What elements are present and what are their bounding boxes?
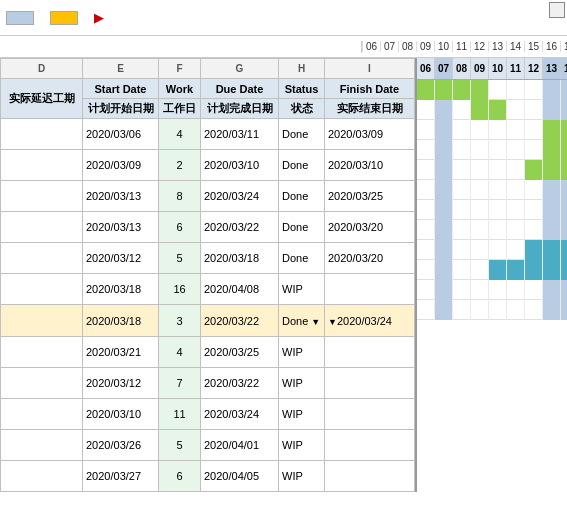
gantt-cell-2-5	[507, 120, 525, 140]
cell-status-6: Done ▼	[279, 305, 325, 336]
gantt-header-day-14: 14	[561, 58, 567, 79]
table-row: 2020/03/2762020/04/05WIP	[1, 460, 415, 491]
table-row: 2020/03/1252020/03/18Done2020/03/20	[1, 243, 415, 274]
gantt-row-10	[417, 280, 567, 300]
gantt-cell-9-4	[489, 260, 507, 280]
col-g-header: G	[201, 59, 279, 79]
gantt-header-day-09: 09	[471, 58, 489, 79]
cell-status-10: WIP	[279, 429, 325, 460]
th-due-date-cn: 计划完成日期	[201, 99, 279, 119]
gantt-header-day-08: 08	[453, 58, 471, 79]
table-row: 2020/03/1272020/03/22WIP	[1, 367, 415, 398]
th-work-cn: 工作日	[159, 99, 201, 119]
cell-work-4: 5	[159, 243, 201, 274]
gantt-cell-7-5	[507, 220, 525, 240]
gantt-row-9	[417, 260, 567, 280]
gantt-header-day-10: 10	[489, 58, 507, 79]
gantt-row-7	[417, 220, 567, 240]
cell-work-1: 2	[159, 150, 201, 181]
cell-delay-11	[1, 460, 83, 491]
flag-icon: ▶	[94, 10, 104, 25]
gantt-header-day-07: 07	[435, 58, 453, 79]
cell-delay-1	[1, 150, 83, 181]
gantt-cell-3-1	[435, 140, 453, 160]
gantt-cell-11-5	[507, 300, 525, 320]
cell-work-2: 8	[159, 181, 201, 212]
gantt-cell-0-4	[489, 80, 507, 100]
th-start-date-cn: 计划开始日期	[83, 99, 159, 119]
gantt-cell-6-7	[543, 200, 561, 220]
add-button[interactable]	[549, 2, 565, 18]
cell-status-0: Done	[279, 119, 325, 150]
gantt-cell-8-0	[417, 240, 435, 260]
date-day-09: 09	[416, 41, 434, 52]
th-status-cn: 状态	[279, 99, 325, 119]
gantt-row-6	[417, 200, 567, 220]
weekend-color-box	[6, 11, 34, 25]
cell-work-0: 4	[159, 119, 201, 150]
gantt-cell-1-4	[489, 100, 507, 120]
cell-start-4: 2020/03/12	[83, 243, 159, 274]
gantt-cell-3-0	[417, 140, 435, 160]
data-table: D E F G H I 实际延迟工期 Start Date Work Due D…	[0, 58, 415, 492]
table-row: 2020/03/0922020/03/10Done2020/03/10	[1, 150, 415, 181]
cell-status-1: Done	[279, 150, 325, 181]
gantt-cell-6-0	[417, 200, 435, 220]
gantt-cell-0-2	[453, 80, 471, 100]
table-row: 2020/03/10112020/03/24WIP	[1, 398, 415, 429]
gantt-cell-4-5	[507, 160, 525, 180]
gantt-cell-4-1	[435, 160, 453, 180]
cell-start-2: 2020/03/13	[83, 181, 159, 212]
main-content: D E F G H I 实际延迟工期 Start Date Work Due D…	[0, 58, 567, 492]
gantt-cell-11-1	[435, 300, 453, 320]
gantt-row-0	[417, 80, 567, 100]
gantt-cell-10-2	[453, 280, 471, 300]
cell-due-10: 2020/04/01	[201, 429, 279, 460]
gantt-cell-1-7	[543, 100, 561, 120]
cell-due-6: 2020/03/22	[201, 305, 279, 336]
cell-status-8: WIP	[279, 367, 325, 398]
gantt-cell-11-4	[489, 300, 507, 320]
col-i-header: I	[325, 59, 415, 79]
gantt-cell-6-3	[471, 200, 489, 220]
table-row: 2020/03/1382020/03/24Done2020/03/25	[1, 181, 415, 212]
cell-finish-3: 2020/03/20	[325, 212, 415, 243]
table-row: 2020/03/2652020/04/01WIP	[1, 429, 415, 460]
cell-work-10: 5	[159, 429, 201, 460]
cell-start-9: 2020/03/10	[83, 398, 159, 429]
dropdown-arrow[interactable]: ▼	[311, 317, 320, 327]
cell-due-1: 2020/03/10	[201, 150, 279, 181]
col-e-header: E	[83, 59, 159, 79]
gantt-header-day-12: 12	[525, 58, 543, 79]
gantt-cell-11-8	[561, 300, 567, 320]
gantt-cell-2-7	[543, 120, 561, 140]
cell-status-3: Done	[279, 212, 325, 243]
cell-work-9: 11	[159, 398, 201, 429]
date-day-08: 08	[398, 41, 416, 52]
gantt-header: 0607080910111213141516171819202122232425	[417, 58, 567, 80]
cell-work-7: 4	[159, 336, 201, 367]
gantt-cell-0-8	[561, 80, 567, 100]
gantt-cell-2-2	[453, 120, 471, 140]
gantt-row-5	[417, 180, 567, 200]
th-finish-date: Finish Date	[325, 79, 415, 99]
gantt-area: 0607080910111213141516171819202122232425	[415, 58, 567, 492]
cell-work-3: 6	[159, 212, 201, 243]
gantt-cell-0-3	[471, 80, 489, 100]
cell-finish-1: 2020/03/10	[325, 150, 415, 181]
main-header-row1: 实际延迟工期 Start Date Work Due Date Status F…	[1, 79, 415, 99]
gantt-row-3	[417, 140, 567, 160]
gantt-cell-8-1	[435, 240, 453, 260]
cell-delay-7	[1, 336, 83, 367]
gantt-cell-1-8	[561, 100, 567, 120]
gantt-cell-7-6	[525, 220, 543, 240]
col-d-header: D	[1, 59, 83, 79]
gantt-cell-7-8	[561, 220, 567, 240]
gantt-cell-3-6	[525, 140, 543, 160]
cell-due-8: 2020/03/22	[201, 367, 279, 398]
gantt-cell-1-6	[525, 100, 543, 120]
cell-delay-0	[1, 119, 83, 150]
gantt-cell-6-5	[507, 200, 525, 220]
cell-status-7: WIP	[279, 336, 325, 367]
gantt-cell-1-3	[471, 100, 489, 120]
